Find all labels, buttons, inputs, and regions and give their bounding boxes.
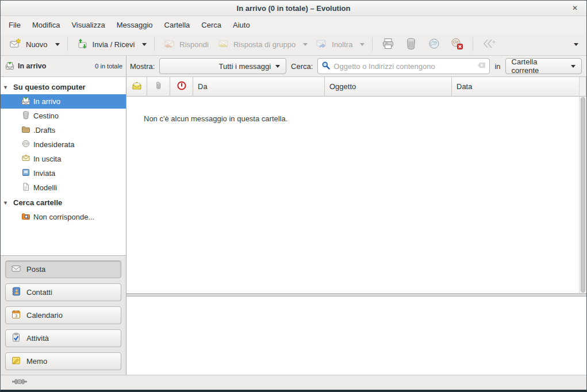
- tasks-icon: [11, 332, 21, 344]
- mail-icon: [11, 263, 21, 275]
- toolbar-separator: [473, 37, 473, 51]
- toolbar-separator: [67, 37, 68, 51]
- sidebar-item-indesiderata[interactable]: Indesiderata: [1, 137, 126, 152]
- expander-icon[interactable]: ▾: [4, 84, 10, 90]
- show-filter-dropdown[interactable]: Tutti i messaggi: [159, 58, 286, 74]
- sidebar-item-in-uscita[interactable]: In uscita: [1, 152, 126, 166]
- sidebar-item-cestino[interactable]: Cestino: [1, 109, 126, 123]
- group-reply-dropdown-arrow[interactable]: [303, 43, 308, 46]
- delete-button[interactable]: [400, 34, 423, 55]
- sidebar-item-inviata[interactable]: Inviata: [1, 166, 126, 180]
- online-status-icon[interactable]: [12, 378, 27, 387]
- switcher-button-memo[interactable]: Memo: [5, 352, 121, 370]
- forward-button-label: Inoltra: [332, 40, 352, 49]
- folder-label: .Drafts: [33, 126, 55, 134]
- print-button[interactable]: [377, 34, 400, 55]
- search-scope-value: Cartella corrente: [512, 57, 566, 75]
- switcher-label: Contatti: [26, 288, 52, 297]
- folder-label: Non corrisponde...: [33, 213, 94, 221]
- sidebar-item-modelli[interactable]: Modelli: [1, 180, 126, 195]
- forward-icon: [315, 37, 328, 52]
- sidebar-group-on-this-computer[interactable]: ▾ Su questo computer: [1, 79, 126, 94]
- show-filter-value: Tutti i messaggi: [218, 62, 271, 71]
- sidebar-item-drafts[interactable]: .Drafts: [1, 123, 126, 137]
- expander-icon[interactable]: ▾: [4, 199, 10, 206]
- column-da[interactable]: Da: [193, 77, 325, 97]
- message-list-header: Da Oggetto Data: [126, 77, 586, 97]
- attachment-icon: [154, 80, 164, 93]
- folder-label: Modelli: [33, 183, 57, 192]
- column-priority[interactable]: [170, 77, 193, 97]
- menu-item-file[interactable]: File: [3, 18, 26, 32]
- send-receive-icon: [76, 37, 89, 52]
- column-data[interactable]: Data: [452, 77, 579, 97]
- evolution-window: In arrivo (0 in totale) – Evolution ✕ Fi…: [0, 0, 587, 392]
- toolbar: Nuovo Invia / Ricevi Rispondi Risposta d…: [1, 33, 586, 56]
- menu-item-visualizza[interactable]: Visualizza: [66, 18, 110, 32]
- group-reply-label: Risposta di gruppo: [233, 40, 296, 49]
- not-junk-icon: [450, 37, 464, 52]
- folder-icon: [21, 125, 30, 136]
- new-button-label: Nuovo: [26, 40, 48, 49]
- search-label: Cerca:: [291, 62, 313, 71]
- junk-button[interactable]: [423, 34, 446, 55]
- group-label: Cerca cartelle: [13, 198, 62, 207]
- menu-item-cartella[interactable]: Cartella: [159, 18, 196, 32]
- menubar: File Modifica Visualizza Messaggio Carte…: [1, 16, 586, 33]
- menu-item-messaggio[interactable]: Messaggio: [111, 18, 159, 32]
- sidebar-group-cerca-cartelle[interactable]: ▾ Cerca cartelle: [1, 195, 126, 210]
- group-label: Su questo computer: [13, 83, 86, 91]
- component-switcher: Posta Contatti 3 Calendario: [1, 255, 126, 375]
- switcher-button-attivita[interactable]: Attività: [5, 329, 121, 347]
- folder-tree: ▾ Su questo computer In arrivo Cestino: [1, 77, 126, 255]
- forward-button[interactable]: Inoltra: [311, 35, 356, 54]
- menu-item-aiuto[interactable]: Aiuto: [227, 18, 256, 32]
- junk-icon: [21, 139, 30, 150]
- clear-search-icon[interactable]: [477, 61, 486, 71]
- inbox-icon: [21, 96, 30, 107]
- scrollbar-thumb[interactable]: [581, 97, 585, 293]
- scrollbar-cap: [579, 77, 586, 97]
- statusbar: [1, 375, 586, 390]
- menu-item-modifica[interactable]: Modifica: [26, 18, 66, 32]
- switcher-button-calendario[interactable]: 3 Calendario: [5, 306, 121, 324]
- trash-icon: [21, 110, 30, 121]
- switcher-button-posta[interactable]: Posta: [5, 260, 121, 278]
- search-input[interactable]: [333, 62, 474, 71]
- search-bar: Mostra: Tutti i messaggi Cerca: in Carte…: [126, 56, 586, 76]
- search-entry[interactable]: [317, 58, 490, 74]
- sidebar-item-in-arrivo[interactable]: In arrivo: [1, 94, 126, 109]
- group-reply-button[interactable]: Risposta di gruppo: [213, 35, 300, 54]
- previous-message-button[interactable]: [477, 35, 501, 54]
- send-receive-button[interactable]: Invia / Ricevi: [72, 35, 139, 54]
- preview-pane: [126, 297, 586, 375]
- print-icon: [381, 37, 395, 52]
- menu-item-cerca[interactable]: Cerca: [195, 18, 227, 32]
- column-oggetto[interactable]: Oggetto: [325, 77, 452, 97]
- search-scope-dropdown[interactable]: Cartella corrente: [505, 58, 582, 74]
- new-dropdown-arrow[interactable]: [55, 43, 60, 46]
- column-label: Oggetto: [329, 82, 356, 91]
- not-junk-button[interactable]: [446, 34, 469, 55]
- switcher-button-contatti[interactable]: Contatti: [5, 283, 121, 301]
- new-button[interactable]: Nuovo: [5, 35, 52, 54]
- close-button[interactable]: ✕: [570, 3, 580, 13]
- toolbar-overflow-button[interactable]: [574, 43, 578, 46]
- reply-icon: [163, 37, 175, 52]
- sidebar-item-non-corrisponde[interactable]: Non corrisponde...: [1, 210, 126, 224]
- send-receive-dropdown-arrow[interactable]: [142, 43, 147, 46]
- forward-dropdown-arrow[interactable]: [360, 43, 365, 46]
- reply-button[interactable]: Rispondi: [159, 35, 213, 54]
- column-attachment[interactable]: [147, 77, 170, 97]
- message-list-scrollbar[interactable]: [579, 97, 586, 293]
- window-title: In arrivo (0 in totale) – Evolution: [237, 4, 351, 13]
- folder-label: Inviata: [33, 169, 55, 178]
- sent-icon: [21, 168, 30, 179]
- switcher-label: Calendario: [26, 311, 63, 320]
- template-icon: [21, 182, 30, 193]
- titlebar: In arrivo (0 in totale) – Evolution ✕: [1, 1, 586, 16]
- calendar-icon: 3: [11, 309, 21, 321]
- folder-label: In arrivo: [33, 97, 60, 106]
- search-icon: [321, 61, 331, 72]
- column-read-status[interactable]: [126, 77, 147, 97]
